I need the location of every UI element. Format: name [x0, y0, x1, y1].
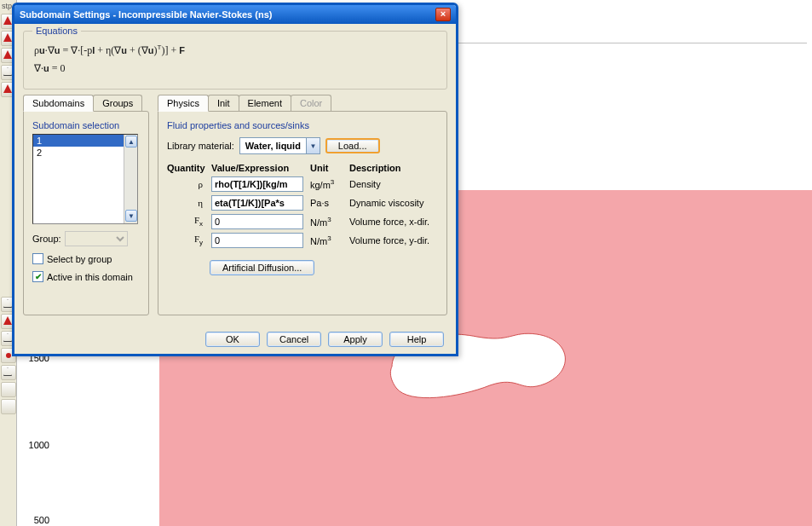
- equations-group: Equations ρu·∇u = ∇·[-pI + η(∇u + (∇u)T)…: [23, 31, 447, 90]
- equation-momentum: ρu·∇u = ∇·[-pI + η(∇u + (∇u)T)] + F: [34, 43, 436, 57]
- col-description: Description: [349, 163, 438, 173]
- qty-rho: ρ: [167, 179, 206, 189]
- tab-color[interactable]: Color: [291, 95, 331, 111]
- qty-eta: η: [167, 198, 206, 208]
- ytick-1000: 1000: [26, 440, 49, 450]
- active-in-domain-checkbox[interactable]: ✔: [32, 271, 43, 282]
- right-tabs: Physics Init Element Color: [158, 95, 447, 111]
- ytick-500: 500: [26, 515, 49, 525]
- list-item[interactable]: 1: [33, 135, 137, 147]
- qty-fx: Fx: [167, 215, 206, 228]
- library-material-label: Library material:: [167, 141, 234, 151]
- library-material-value: Water, liquid: [240, 139, 306, 153]
- listbox-scrollbar[interactable]: ▲ ▼: [124, 135, 137, 223]
- tool-outline-4[interactable]: [1, 365, 16, 380]
- apply-button[interactable]: Apply: [328, 332, 383, 347]
- col-quantity: Quantity: [167, 163, 206, 173]
- cancel-button[interactable]: Cancel: [267, 332, 321, 347]
- tool-misc-2[interactable]: [1, 399, 16, 414]
- selection-label: Subdomain selection: [32, 120, 140, 130]
- dialog-buttons: OK Cancel Apply Help: [205, 332, 444, 347]
- equation-continuity: ∇·u = 0: [34, 62, 436, 75]
- dialog-titlebar[interactable]: Subdomain Settings - Incompressible Navi…: [14, 5, 456, 24]
- dialog-title: Subdomain Settings - Incompressible Navi…: [20, 9, 272, 20]
- close-icon: ×: [441, 9, 446, 19]
- desc-rho: Density: [349, 179, 438, 189]
- library-material-combo[interactable]: Water, liquid ▼: [239, 137, 320, 154]
- tool-misc-1[interactable]: [1, 382, 16, 397]
- qty-fy: Fy: [167, 234, 206, 246]
- unit-eta: Pa·s: [310, 198, 344, 208]
- tab-physics[interactable]: Physics: [158, 95, 209, 112]
- desc-fy: Volume force, y-dir.: [349, 235, 438, 246]
- close-button[interactable]: ×: [435, 8, 451, 21]
- properties-title: Fluid properties and sources/sinks: [167, 120, 438, 130]
- help-button[interactable]: Help: [389, 332, 444, 347]
- ok-button[interactable]: OK: [205, 332, 260, 347]
- tab-subdomains[interactable]: Subdomains: [23, 95, 94, 112]
- unit-rho: kg/m3: [310, 178, 344, 190]
- subdomain-settings-dialog: Subdomain Settings - Incompressible Navi…: [12, 3, 458, 356]
- tab-element[interactable]: Element: [239, 95, 291, 111]
- artificial-diffusion-button[interactable]: Artificial Diffusion...: [210, 260, 314, 275]
- tab-groups[interactable]: Groups: [93, 95, 142, 111]
- scroll-down-icon[interactable]: ▼: [125, 210, 137, 222]
- select-by-group-checkbox[interactable]: [32, 253, 43, 264]
- col-value: Value/Expression: [211, 163, 305, 173]
- scroll-up-icon[interactable]: ▲: [125, 136, 137, 147]
- tab-init[interactable]: Init: [208, 95, 239, 111]
- active-in-domain-label: Active in this domain: [47, 272, 133, 282]
- chevron-down-icon[interactable]: ▼: [306, 138, 320, 153]
- subdomains-panel: Subdomain selection 1 2 ▲ ▼ Group: Selec…: [23, 111, 149, 315]
- input-eta[interactable]: [211, 195, 303, 211]
- group-label: Group:: [32, 234, 61, 244]
- physics-panel: Fluid properties and sources/sinks Libra…: [158, 111, 447, 315]
- col-unit: Unit: [310, 163, 344, 173]
- input-rho[interactable]: [211, 176, 303, 192]
- properties-grid: Quantity Value/Expression Unit Descripti…: [167, 163, 438, 248]
- group-select[interactable]: [65, 231, 128, 246]
- load-button[interactable]: Load...: [325, 138, 380, 153]
- desc-fx: Volume force, x-dir.: [349, 217, 438, 227]
- unit-fx: N/m3: [310, 216, 344, 228]
- input-fy[interactable]: [211, 233, 303, 248]
- equations-legend: Equations: [32, 26, 81, 36]
- unit-fy: N/m3: [310, 234, 344, 246]
- desc-eta: Dynamic viscosity: [349, 198, 438, 208]
- list-item[interactable]: 2: [33, 147, 137, 159]
- select-by-group-label: Select by group: [47, 254, 112, 264]
- left-tabs: Subdomains Groups: [23, 95, 149, 111]
- input-fx[interactable]: [211, 214, 303, 229]
- subdomain-listbox[interactable]: 1 2 ▲ ▼: [32, 134, 138, 224]
